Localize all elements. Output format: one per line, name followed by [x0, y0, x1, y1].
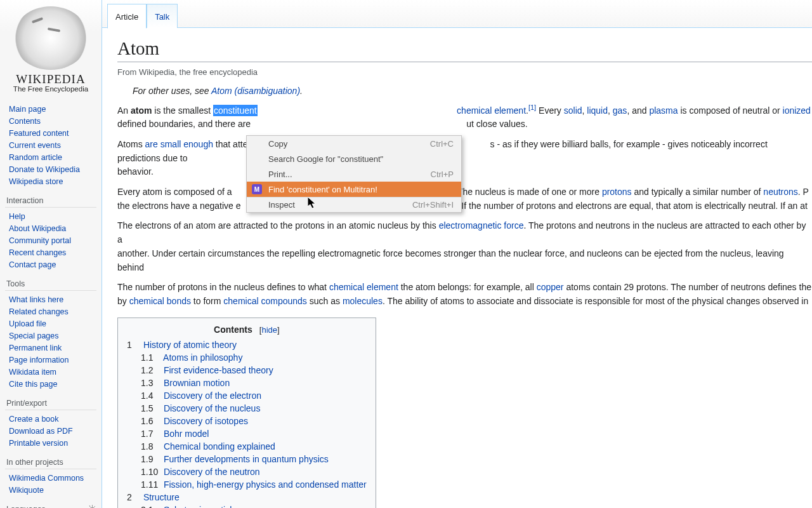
- toc-link[interactable]: 1.2 First evidence-based theory: [141, 365, 273, 375]
- toc-item: 1.7 Bohr model: [141, 427, 367, 440]
- link-solid[interactable]: solid: [564, 105, 582, 116]
- link-plasma[interactable]: plasma: [649, 105, 678, 116]
- link-small-enough[interactable]: are small enough: [145, 139, 213, 149]
- nav-interaction: Help About Wikipedia Community portal Re…: [9, 210, 96, 271]
- logo-tagline: The Free Encyclopedia: [5, 85, 96, 93]
- paragraph-4: The electrons of an atom are attracted t…: [117, 219, 812, 274]
- toc-item: 1.10 Discovery of the neutron: [141, 465, 367, 478]
- cm-inspect-shortcut: Ctrl+Shift+I: [412, 200, 454, 210]
- nav-community[interactable]: Community portal: [9, 236, 71, 245]
- nav-download-pdf[interactable]: Download as PDF: [9, 427, 73, 436]
- toc-link[interactable]: 1.9 Further developments in quantum phys…: [141, 454, 329, 464]
- toc-link[interactable]: 2 Structure: [127, 492, 180, 502]
- nav-whatlinks[interactable]: What links here: [9, 295, 63, 304]
- nav-permalink[interactable]: Permanent link: [9, 344, 62, 352]
- nav-random[interactable]: Random article: [9, 153, 62, 162]
- nav-donate[interactable]: Donate to Wikipedia: [9, 165, 80, 174]
- nav-featured[interactable]: Featured content: [9, 129, 69, 138]
- paragraph-5: The number of protons in the nucleus def…: [117, 281, 812, 308]
- nav-main-page[interactable]: Main page: [9, 105, 46, 114]
- toc-item: 1.4 Discovery of the electron: [141, 389, 367, 402]
- toc-link[interactable]: 1.8 Chemical bonding explained: [141, 441, 275, 451]
- toc-item: 2.1 Subatomic particles: [141, 504, 367, 508]
- page-title: Atom: [117, 38, 812, 62]
- nav-cite[interactable]: Cite this page: [9, 380, 57, 389]
- nav-upload[interactable]: Upload file: [9, 319, 46, 328]
- link-em-force[interactable]: electromagnetic force: [439, 220, 524, 231]
- link-gas[interactable]: gas: [613, 105, 627, 116]
- nav-main: Main page Contents Featured content Curr…: [9, 103, 96, 187]
- link-liquid[interactable]: liquid: [587, 105, 608, 116]
- nav-store[interactable]: Wikipedia store: [9, 177, 63, 186]
- toc-link[interactable]: 1.1 Atoms in philosophy: [141, 352, 242, 363]
- toc-item: 1.3 Brownian motion: [141, 377, 367, 389]
- logo[interactable]: WIKIPEDIA The Free Encyclopedia: [5, 6, 96, 93]
- toc-link[interactable]: 1.10 Discovery of the neutron: [141, 467, 260, 477]
- cm-multitran[interactable]: M Find 'constituent' on Multitran!: [247, 182, 461, 197]
- hatnote-text: For other uses, see: [133, 86, 211, 96]
- gear-icon[interactable]: [88, 505, 96, 508]
- nav-current-events[interactable]: Current events: [9, 141, 61, 150]
- cm-print[interactable]: Print... Ctrl+P: [247, 166, 461, 182]
- link-molecules[interactable]: molecules: [343, 296, 383, 306]
- nav-related[interactable]: Related changes: [9, 307, 69, 316]
- link-chem-compounds[interactable]: chemical compounds: [223, 296, 307, 306]
- link-chem-bonds[interactable]: chemical bonds: [129, 296, 191, 306]
- hatnote-link[interactable]: Atom (disambiguation): [211, 86, 300, 96]
- link-protons[interactable]: protons: [602, 187, 632, 197]
- nav-wikidata[interactable]: Wikidata item: [9, 368, 56, 377]
- nav-about[interactable]: About Wikipedia: [9, 224, 66, 233]
- toc-link[interactable]: 1.5 Discovery of the nucleus: [141, 403, 260, 413]
- toc-item: 1.9 Further developments in quantum phys…: [141, 453, 367, 465]
- nav-recent-changes[interactable]: Recent changes: [9, 248, 66, 257]
- nav-projects: Wikimedia Commons Wikiquote: [9, 472, 96, 496]
- nav-commons[interactable]: Wikimedia Commons: [9, 474, 84, 483]
- toc-link[interactable]: 1 History of atomic theory: [127, 340, 237, 350]
- context-menu: Copy Ctrl+C Search Google for "constitue…: [246, 135, 462, 213]
- toc-toggle[interactable]: hide: [261, 325, 277, 335]
- paragraph-1: An atom is the smallest constituent unit…: [117, 102, 812, 131]
- toc-link[interactable]: 1.3 Brownian motion: [141, 378, 230, 388]
- toc-link[interactable]: 1.6 Discovery of isotopes: [141, 416, 248, 426]
- reference-1[interactable]: [1]: [528, 104, 536, 111]
- tab-article[interactable]: Article: [107, 4, 147, 29]
- site-sub: From Wikipedia, the free encyclopedia: [117, 67, 812, 77]
- nav-create-book[interactable]: Create a book: [9, 415, 59, 424]
- link-ionized[interactable]: ionized: [783, 105, 811, 116]
- logo-globe-icon: [13, 6, 89, 70]
- page-tabs: Article Talk: [102, 0, 812, 28]
- link-copper[interactable]: copper: [537, 282, 564, 292]
- cm-inspect[interactable]: Inspect Ctrl+Shift+I: [247, 197, 461, 212]
- nav-print: Create a book Download as PDF Printable …: [9, 413, 96, 449]
- nav-tools: What links here Related changes Upload f…: [9, 293, 96, 390]
- toc-link[interactable]: 1.7 Bohr model: [141, 429, 209, 439]
- link-neutrons[interactable]: neutrons: [763, 187, 797, 197]
- cm-copy-shortcut: Ctrl+C: [430, 139, 454, 149]
- selected-text[interactable]: constituent: [213, 105, 258, 116]
- toc-link[interactable]: 2.1 Subatomic particles: [141, 505, 241, 508]
- nav-printable[interactable]: Printable version: [9, 439, 68, 448]
- toc-item: 1.2 First evidence-based theory: [141, 364, 367, 377]
- logo-wordmark: WIKIPEDIA: [5, 72, 96, 86]
- tab-talk[interactable]: Talk: [147, 4, 178, 28]
- link-chem-element[interactable]: chemical element: [457, 105, 526, 116]
- link-chem-element-2[interactable]: chemical element: [329, 282, 398, 292]
- nav-special[interactable]: Special pages: [9, 331, 59, 340]
- paragraph-3: Every atom is composed of a n The nucleu…: [117, 185, 812, 213]
- nav-help[interactable]: Help: [9, 212, 25, 221]
- cm-search-google[interactable]: Search Google for "constituent": [247, 151, 461, 166]
- cm-print-shortcut: Ctrl+P: [431, 170, 454, 179]
- portal-tools: Tools: [5, 276, 96, 291]
- cm-copy[interactable]: Copy Ctrl+C: [247, 136, 461, 151]
- portal-languages-label: Languages: [6, 505, 46, 508]
- nav-wikiquote[interactable]: Wikiquote: [9, 486, 44, 495]
- toc-item: 2 Structure: [127, 491, 367, 504]
- nav-contact[interactable]: Contact page: [9, 260, 56, 269]
- multitran-icon: M: [252, 184, 262, 194]
- portal-interaction: Interaction: [5, 192, 96, 208]
- nav-contents[interactable]: Contents: [9, 117, 41, 126]
- toc-link[interactable]: 1.4 Discovery of the electron: [141, 391, 261, 401]
- toc-link[interactable]: 1.11 Fission, high-energy physics and co…: [141, 479, 367, 490]
- nav-pageinfo[interactable]: Page information: [9, 356, 69, 364]
- paragraph-2: Atoms are small enough that attemptings …: [117, 138, 812, 179]
